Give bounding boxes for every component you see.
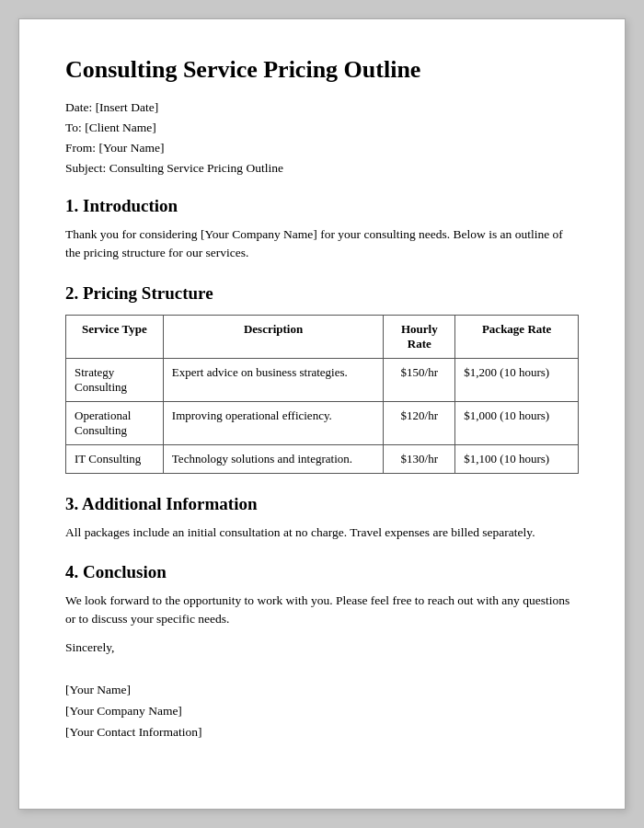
header-package-rate: Package Rate — [455, 315, 579, 358]
intro-heading: 1. Introduction — [65, 196, 579, 216]
cell-package-rate: $1,100 (10 hours) — [455, 444, 579, 473]
conclusion-body: We look forward to the opportunity to wo… — [65, 592, 579, 629]
to-label: To: — [65, 121, 82, 134]
cell-hourly-rate: $130/hr — [384, 444, 455, 473]
date-value: [Insert Date] — [96, 100, 159, 114]
header-description: Description — [163, 315, 384, 358]
sig-name: [Your Name] — [65, 680, 579, 701]
header-service-type: Service Type — [66, 315, 164, 358]
date-label: Date: — [65, 100, 92, 114]
intro-body: Thank you for considering [Your Company … — [65, 225, 579, 263]
cell-service-type: IT Consulting — [66, 444, 164, 473]
sig-contact: [Your Contact Information] — [65, 722, 579, 743]
cell-service-type: Operational Consulting — [66, 401, 164, 444]
signature-block: Sincerely, [Your Name] [Your Company Nam… — [65, 638, 579, 743]
closing-text: Sincerely, — [65, 638, 579, 659]
cell-hourly-rate: $150/hr — [384, 358, 455, 401]
cell-package-rate: $1,200 (10 hours) — [455, 358, 579, 401]
document: Consulting Service Pricing Outline Date:… — [18, 18, 626, 810]
from-value: [Your Name] — [98, 141, 164, 155]
document-title: Consulting Service Pricing Outline — [65, 56, 579, 84]
to-line: To: [Client Name] — [65, 121, 579, 135]
subject-value: Consulting Service Pricing Outline — [109, 161, 283, 175]
cell-description: Expert advice on business strategies. — [163, 358, 384, 401]
date-line: Date: [Insert Date] — [65, 100, 579, 115]
header-hourly-rate: Hourly Rate — [384, 315, 455, 358]
cell-package-rate: $1,000 (10 hours) — [455, 401, 579, 444]
additional-heading: 3. Additional Information — [65, 494, 579, 514]
cell-description: Improving operational efficiency. — [163, 401, 384, 444]
table-row: Strategy ConsultingExpert advice on busi… — [66, 358, 579, 401]
from-label: From: — [65, 141, 96, 155]
pricing-heading: 2. Pricing Structure — [65, 283, 579, 304]
pricing-table: Service Type Description Hourly Rate Pac… — [65, 315, 579, 474]
table-row: IT ConsultingTechnology solutions and in… — [66, 444, 579, 473]
subject-line: Subject: Consulting Service Pricing Outl… — [65, 161, 579, 176]
additional-body: All packages include an initial consulta… — [65, 523, 579, 542]
table-row: Operational ConsultingImproving operatio… — [66, 401, 579, 444]
from-line: From: [Your Name] — [65, 141, 579, 155]
table-header-row: Service Type Description Hourly Rate Pac… — [66, 315, 579, 358]
conclusion-heading: 4. Conclusion — [65, 562, 579, 582]
cell-service-type: Strategy Consulting — [66, 358, 164, 401]
sig-company: [Your Company Name] — [65, 701, 579, 722]
cell-description: Technology solutions and integration. — [163, 444, 384, 473]
subject-label: Subject: — [65, 161, 106, 175]
to-value: [Client Name] — [85, 121, 156, 134]
cell-hourly-rate: $120/hr — [384, 401, 455, 444]
